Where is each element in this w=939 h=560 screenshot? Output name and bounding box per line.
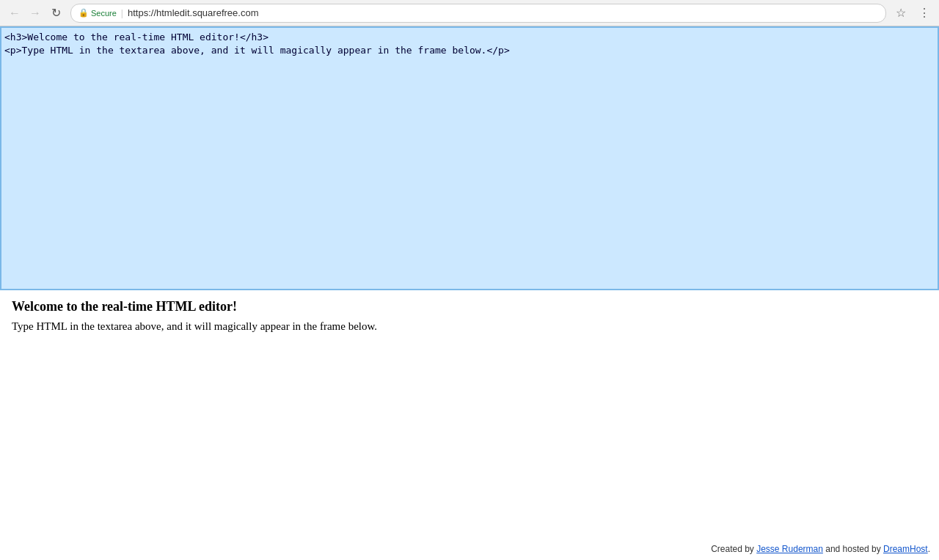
address-text: https://htmledit.squarefree.com — [128, 7, 878, 18]
textarea-line2: <p>Type HTML in the textarea above, and … — [4, 44, 935, 57]
footer-text-middle: and hosted by — [823, 544, 883, 554]
menu-icon: ⋮ — [918, 6, 930, 20]
textarea-line1: <h3>Welcome to the real-time HTML editor… — [4, 31, 935, 44]
host-link[interactable]: DreamHost — [883, 544, 928, 554]
footer-text-before: Created by — [711, 544, 756, 554]
address-separator: | — [121, 8, 123, 18]
browser-chrome: ← → ↻ 🔒 Secure | https://htmledit.square… — [0, 0, 939, 26]
forward-icon: → — [29, 7, 41, 20]
footer: Created by Jesse Ruderman and hosted by … — [711, 544, 930, 554]
preview-paragraph: Type HTML in the textarea above, and it … — [12, 320, 927, 333]
address-bar[interactable]: 🔒 Secure | https://htmledit.squarefree.c… — [70, 4, 886, 23]
secure-label: Secure — [91, 9, 117, 18]
bookmark-button[interactable]: ☆ — [892, 4, 910, 22]
browser-actions: ☆ ⋮ — [892, 4, 933, 22]
back-icon: ← — [9, 7, 21, 20]
forward-button[interactable]: → — [26, 4, 44, 22]
author-link[interactable]: Jesse Ruderman — [756, 544, 823, 554]
html-editor-textarea[interactable]: <h3>Welcome to the real-time HTML editor… — [0, 26, 939, 290]
reload-icon: ↻ — [51, 6, 61, 20]
textarea-content: <h3>Welcome to the real-time HTML editor… — [4, 31, 935, 57]
reload-button[interactable]: ↻ — [47, 4, 65, 22]
footer-text-after: . — [928, 544, 930, 554]
secure-indicator: 🔒 Secure — [78, 8, 117, 18]
nav-buttons: ← → ↻ — [6, 4, 65, 22]
lock-icon: 🔒 — [78, 8, 89, 18]
page-content: <h3>Welcome to the real-time HTML editor… — [0, 26, 939, 560]
star-icon: ☆ — [896, 6, 906, 20]
menu-button[interactable]: ⋮ — [916, 4, 933, 22]
preview-section: Welcome to the real-time HTML editor! Ty… — [0, 290, 939, 560]
preview-heading: Welcome to the real-time HTML editor! — [12, 299, 927, 314]
back-button[interactable]: ← — [6, 4, 23, 22]
